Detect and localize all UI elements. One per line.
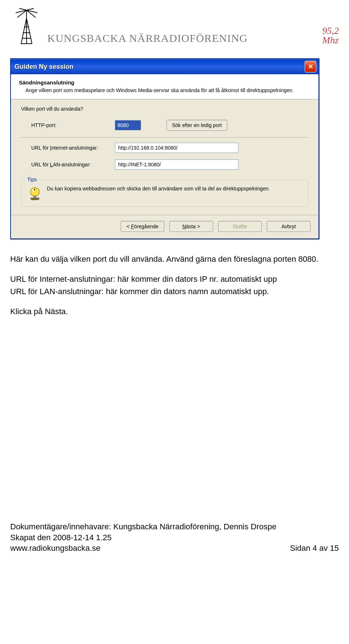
dialog-title: Guiden Ny session xyxy=(15,63,73,71)
tips-group: Tips Du kan kopiera webbadressen och ski… xyxy=(21,180,308,207)
section-description: Ange vilken port som mediaspelare och Wi… xyxy=(25,87,301,94)
previous-button[interactable]: < Föregående xyxy=(121,221,164,232)
url-internet-input[interactable] xyxy=(115,143,238,153)
freq-unit: Mhz xyxy=(322,36,339,45)
svg-line-2 xyxy=(27,18,32,44)
next-button[interactable]: Nästa > xyxy=(169,221,213,232)
body-paragraph-2: URL för Internet-anslutningar: här komme… xyxy=(10,274,339,285)
tips-text: Du kan kopiera webbadressen och skicka d… xyxy=(47,185,270,192)
port-question: Vilken port vill du använda? xyxy=(21,106,308,112)
org-name: KUNGSBACKA NÄRRADIOFÖRENING xyxy=(47,32,322,47)
dialog-button-row: < Föregående Nästa > Slutför Avbryt xyxy=(11,215,318,238)
dialog-body: Vilken port vill du använda? HTTP-port: … xyxy=(11,99,318,215)
svg-rect-16 xyxy=(33,195,36,198)
titlebar: Guiden Ny session ✕ xyxy=(11,59,318,74)
close-button[interactable]: ✕ xyxy=(305,61,316,72)
http-port-label: HTTP-port: xyxy=(21,122,115,128)
footer-url: www.radiokungsbacka.se xyxy=(10,543,339,554)
http-port-input[interactable] xyxy=(115,120,141,130)
freq-number: 95,2 xyxy=(322,26,339,36)
letterhead: KUNGSBACKA NÄRRADIOFÖRENING 95,2 Mhz xyxy=(10,7,339,47)
dialog-heading-area: Sändningsanslutning Ange vilken port som… xyxy=(11,74,318,99)
finish-button: Slutför xyxy=(218,221,262,232)
lightbulb-icon xyxy=(27,185,43,201)
body-paragraph-3: URL för LAN-anslutningar: här kommer din… xyxy=(10,286,339,297)
find-free-port-button[interactable]: Sök efter en ledig port xyxy=(167,120,227,131)
url-internet-label: URL för Internet-anslutningar: xyxy=(21,145,115,151)
page-footer: Dokumentägare/innehavare: Kungsbacka När… xyxy=(10,521,339,554)
body-paragraph-4: Klicka på Nästa. xyxy=(10,306,339,317)
footer-created: Skapat den 2008-12-14 1.25 xyxy=(10,532,339,543)
wizard-dialog: Guiden Ny session ✕ Sändningsanslutning … xyxy=(10,58,319,239)
body-paragraph-1: Här kan du välja vilken port du vill anv… xyxy=(10,254,339,265)
svg-line-11 xyxy=(19,8,27,10)
footer-owner: Dokumentägare/innehavare: Kungsbacka När… xyxy=(10,521,339,532)
url-lan-input[interactable] xyxy=(115,159,238,170)
svg-point-15 xyxy=(34,189,35,190)
divider xyxy=(21,137,308,138)
svg-point-13 xyxy=(31,187,39,196)
antenna-icon xyxy=(10,7,43,47)
frequency-label: 95,2 Mhz xyxy=(322,26,339,47)
cancel-button[interactable]: Avbryt xyxy=(267,221,310,232)
svg-line-1 xyxy=(21,18,27,44)
section-heading: Sändningsanslutning xyxy=(19,79,301,86)
url-lan-label: URL för LAN-anslutningar: xyxy=(21,162,115,167)
close-icon: ✕ xyxy=(308,63,313,71)
tips-legend: Tips xyxy=(26,177,38,182)
footer-page-number: Sidan 4 av 15 xyxy=(290,543,339,554)
svg-line-12 xyxy=(27,8,34,10)
